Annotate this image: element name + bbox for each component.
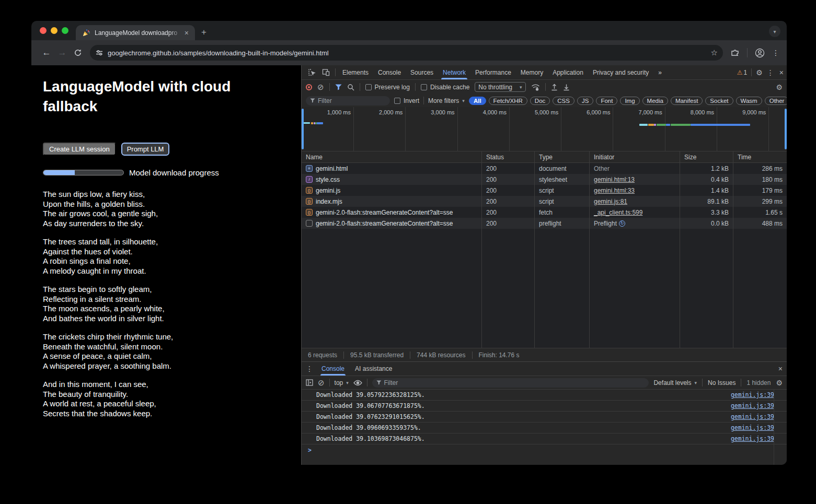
drawer-menu-kebab-icon[interactable]: ⋮ [306,365,313,373]
network-request-row[interactable]: {}gemini.js 200 script gemini.html:33 1.… [302,185,787,196]
minimize-window-button[interactable] [51,27,58,34]
checkbox-box[interactable] [394,98,400,104]
forward-button[interactable]: → [54,48,70,58]
warning-icon[interactable]: ⚠ [737,69,743,76]
clear-console-icon[interactable]: ⊘ [318,379,325,386]
checkbox-box[interactable] [365,84,372,90]
eye-icon[interactable] [353,380,362,386]
chip-all[interactable]: All [469,97,486,105]
chip-manifest[interactable]: Manifest [671,97,703,105]
column-header-initiator[interactable]: Initiator [590,151,680,162]
browser-menu-kebab-icon[interactable]: ⋮ [772,49,779,57]
filter-funnel-icon[interactable] [335,84,342,90]
extensions-icon[interactable] [730,48,740,57]
chip-wasm[interactable]: Wasm [736,97,762,105]
request-initiator-link[interactable]: gemini.html:13 [594,176,635,183]
chip-font[interactable]: Font [596,97,617,105]
console-source-link[interactable]: gemini.js:39 [731,402,774,409]
url-bar[interactable]: googlechrome.github.io/samples/downloadi… [90,45,723,61]
network-request-row[interactable]: /style.css 200 stylesheet gemini.html:13… [302,174,787,185]
zoom-window-button[interactable] [62,27,68,34]
profile-avatar-icon[interactable] [755,48,765,58]
drawer-tab-ai-assistance[interactable]: AI assistance [350,362,397,376]
drawer-tab-console[interactable]: Console [316,362,350,376]
search-icon[interactable] [347,84,354,91]
devtools-close-icon[interactable]: × [779,68,784,77]
overview-left-handle[interactable] [302,109,304,149]
chip-js[interactable]: JS [577,97,593,105]
disable-cache-checkbox[interactable]: Disable cache [421,84,469,91]
network-settings-gear-icon[interactable]: ⚙ [776,84,783,91]
console-source-link[interactable]: gemini.js:39 [731,435,774,442]
clear-network-log-icon[interactable]: ⊘ [317,84,324,91]
log-levels-select[interactable]: Default levels ▾ [653,379,697,386]
export-har-icon[interactable] [563,84,570,91]
hidden-messages-count[interactable]: 1 hidden [746,379,771,386]
console-source-link[interactable]: gemini.js:39 [731,424,774,431]
issues-counter[interactable]: No Issues [708,379,735,386]
column-header-size[interactable]: Size [680,151,733,162]
request-initiator-link[interactable]: gemini.js:81 [594,198,627,205]
tab-close-icon[interactable]: × [182,28,191,38]
chip-media[interactable]: Media [642,97,668,105]
overview-right-handle[interactable] [785,109,787,149]
network-request-row[interactable]: ≡gemini.html 200 document Other 1.2 kB 2… [302,163,787,174]
browser-tab[interactable]: LanguageModel downloadpro × [76,25,195,40]
reload-button[interactable] [70,49,86,57]
console-source-link[interactable]: gemini.js:39 [731,413,774,420]
chip-doc[interactable]: Doc [530,97,550,105]
console-prompt[interactable]: > [302,444,787,455]
tab-privacy-security[interactable]: Privacy and security [588,65,653,79]
checkbox-box[interactable] [421,84,427,90]
tab-sources[interactable]: Sources [406,65,438,79]
network-conditions-icon[interactable] [531,84,540,91]
console-context-select[interactable]: top ▾ [335,379,349,386]
more-filters-dropdown[interactable]: More filters ▾ [428,97,465,104]
invert-checkbox[interactable]: Invert [394,97,419,104]
tab-performance[interactable]: Performance [470,65,516,79]
column-header-status[interactable]: Status [482,151,535,162]
network-timeline-overview[interactable]: 1,000 ms 2,000 ms 3,000 ms 4,000 ms 5,00… [302,107,787,151]
chip-other[interactable]: Other [765,97,787,105]
preserve-log-checkbox[interactable]: Preserve log [365,84,410,91]
console-message[interactable]: Downloaded 39.10369873046875%. gemini.js… [302,433,787,444]
tab-application[interactable]: Application [548,65,588,79]
create-llm-session-button[interactable]: Create LLM session [43,143,116,156]
request-initiator-link[interactable]: gemini.html:33 [594,187,635,194]
drawer-close-icon[interactable]: × [778,365,783,373]
console-message[interactable]: Downloaded 39.05792236328125%. gemini.js… [302,390,787,401]
tab-search-button[interactable]: ▾ [769,26,780,37]
tab-network[interactable]: Network [438,65,470,79]
network-filter-input-wrap[interactable] [306,96,390,106]
tab-elements[interactable]: Elements [338,65,373,79]
console-settings-gear-icon[interactable]: ⚙ [776,379,783,386]
chip-css[interactable]: CSS [553,97,574,105]
console-filter-input-wrap[interactable] [372,378,649,388]
column-header-time[interactable]: Time [733,151,787,162]
record-network-log-button[interactable] [306,84,312,90]
console-message[interactable]: Downloaded 39.0960693359375%. gemini.js:… [302,423,787,433]
warning-count[interactable]: 1 [744,69,748,76]
preflight-info-icon[interactable]: ↻ [619,220,625,227]
bookmark-star-icon[interactable]: ☆ [711,48,718,57]
column-header-type[interactable]: Type [535,151,590,162]
more-tabs-button[interactable]: » [653,65,666,79]
back-button[interactable]: ← [39,48,54,58]
site-settings-icon[interactable] [95,49,104,57]
chip-socket[interactable]: Socket [705,97,733,105]
console-message[interactable]: Downloaded 39.06707763671875%. gemini.js… [302,401,787,412]
console-message[interactable]: Downloaded 39.07623291015625%. gemini.js… [302,412,787,423]
chip-img[interactable]: Img [620,97,639,105]
request-initiator-link[interactable]: _api_client.ts:599 [594,209,642,216]
devtools-menu-kebab-icon[interactable]: ⋮ [767,68,774,77]
chip-fetch-xhr[interactable]: Fetch/XHR [489,97,527,105]
column-header-name[interactable]: Name [302,151,482,162]
tab-console[interactable]: Console [373,65,406,79]
prompt-llm-button[interactable]: Prompt LLM [121,143,170,156]
tab-memory[interactable]: Memory [516,65,548,79]
console-source-link[interactable]: gemini.js:39 [731,391,774,398]
import-har-icon[interactable] [551,84,558,91]
network-request-row[interactable]: {}index.mjs 200 script gemini.js:81 89.1… [302,196,787,207]
throttling-select[interactable]: No throttling ▾ [475,82,525,92]
network-filter-input[interactable] [318,97,386,104]
